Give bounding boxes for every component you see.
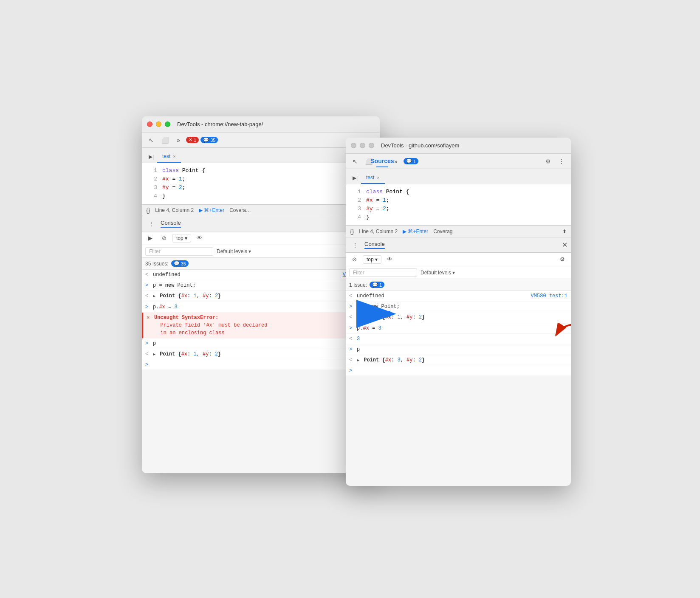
dock-icon-left[interactable]: ⬜ xyxy=(159,134,171,146)
code-area-right: 1 class Point { 2 #x = 1; 3 #y = 2; 4 } xyxy=(346,184,571,226)
maximize-button-left[interactable] xyxy=(165,121,170,127)
panel-toggle-left[interactable]: ▶| xyxy=(145,151,157,163)
braces-icon-right[interactable]: {} xyxy=(350,228,354,235)
issues-badge-left[interactable]: ✕ 1 xyxy=(186,137,199,143)
console-line-point-obj-left: < ▶ Point {#x: 1, #y: 2} xyxy=(142,291,380,302)
play-console-left[interactable]: ▶ xyxy=(145,233,155,243)
more-icon-left[interactable]: » xyxy=(172,134,184,146)
position-right: Line 4, Column 2 xyxy=(359,228,398,234)
issues-badge-console-left[interactable]: 💬 35 xyxy=(171,260,189,267)
default-levels-left[interactable]: Default levels ▾ xyxy=(217,248,251,254)
caret-levels-left: ▾ xyxy=(248,248,251,254)
run-btn-left[interactable]: ▶ ⌘+Enter xyxy=(199,207,224,213)
close-button-left[interactable] xyxy=(147,121,152,127)
filter-input-left[interactable]: Filter xyxy=(145,247,213,256)
console-title-right: Console xyxy=(364,241,385,249)
scene: DevTools - chrome://new-tab-page/ ↖ ⬜ » … xyxy=(116,104,584,494)
ban-icon-right[interactable]: ⊘ xyxy=(349,254,359,265)
red-arrow-annotation xyxy=(550,322,571,344)
caret-down-icon-left: ▾ xyxy=(185,235,187,241)
eye-icon-left[interactable]: 👁 xyxy=(195,233,205,243)
messages-badge-right[interactable]: 💬 1 xyxy=(404,158,418,164)
code-line-4-right: 4 } xyxy=(346,213,571,222)
console-line-point-obj2-right: < ▶ Point {#x: 3, #y: 2} xyxy=(346,355,571,366)
blue-arrow xyxy=(356,299,399,329)
ban-icon-left[interactable]: ⊘ xyxy=(159,233,169,243)
console-content-left: < undefined VM76 test:1 > p = new Point;… xyxy=(142,270,380,370)
console-line-point-obj2-left: < ▶ Point {#x: 1, #y: 2} xyxy=(142,349,380,360)
close-console-right[interactable]: ✕ xyxy=(562,241,567,249)
code-line-2-right: 2 #x = 1; xyxy=(346,196,571,205)
code-area-left: 1 class Point { 2 #x = 1; 3 #y = 2; 4 } xyxy=(142,163,380,204)
sources-tabbar-right: ▶| test × xyxy=(346,169,571,184)
run-btn-right[interactable]: ▶ ⌘+Enter xyxy=(403,228,428,234)
devtools-window-left: DevTools - chrome://new-tab-page/ ↖ ⬜ » … xyxy=(142,116,380,473)
titlebar-right: DevTools - github.com/sofiayem xyxy=(346,138,571,154)
dt-toolbar-left: ↖ ⬜ » ✕ 1 💬 35 ⚙ xyxy=(142,133,380,148)
more-icon-right[interactable]: » xyxy=(390,155,402,167)
status-bar-left: {} Line 4, Column 2 ▶ ⌘+Enter Covera… xyxy=(142,204,380,216)
console-toolbar-left: ▶ ⊘ top ▾ 👁 xyxy=(142,231,380,245)
source-tab-test-left[interactable]: test × xyxy=(157,151,181,163)
gear-console-right[interactable]: ⚙ xyxy=(557,254,567,265)
cursor-icon-right[interactable]: ↖ xyxy=(349,155,361,167)
toolbar-right-right: ⚙ ⋮ xyxy=(542,155,567,167)
titlebar-left: DevTools - chrome://new-tab-page/ xyxy=(142,116,380,133)
console-input-left[interactable]: > xyxy=(142,360,380,370)
console-line-undefined-left: < undefined VM76 test:1 xyxy=(142,270,380,280)
issues-bar-right: 1 Issue: 💬 1 xyxy=(346,279,571,291)
console-title-left: Console xyxy=(161,220,181,228)
minimize-button-right[interactable] xyxy=(360,143,365,148)
console-line-3-right: < 3 xyxy=(346,334,571,344)
coverage-left: Covera… xyxy=(229,207,251,213)
default-levels-right[interactable]: Default levels ▾ xyxy=(421,270,455,276)
console-line-error-left: ✕ Uncaught SyntaxError: Private field '#… xyxy=(142,313,380,338)
source-tab-test-right[interactable]: test × xyxy=(361,172,385,184)
code-line-1-right: 1 class Point { xyxy=(346,188,571,196)
filter-bar-right: Filter Default levels ▾ xyxy=(346,266,571,279)
close-button-right[interactable] xyxy=(351,143,356,148)
filter-bar-left: Filter Default levels ▾ xyxy=(142,245,380,258)
status-bar-right: {} Line 4, Column 2 ▶ ⌘+Enter Coverag ⬆ xyxy=(346,226,571,237)
console-panel-header-right: ⋮ Console ✕ xyxy=(346,237,571,253)
gear-icon-right[interactable]: ⚙ xyxy=(542,155,554,167)
console-toolbar-right: ⊘ top ▾ 👁 ⚙ xyxy=(346,253,571,266)
code-line-4-left: 4 } xyxy=(142,192,380,200)
panel-toggle-right[interactable]: ▶| xyxy=(349,172,361,184)
sources-tabbar-left: ▶| test × xyxy=(142,148,380,163)
console-line-new-point-left: > p = new Point; xyxy=(142,280,380,291)
eye-icon-right[interactable]: 👁 xyxy=(385,254,395,265)
kebab-icon-left[interactable]: ⋮ xyxy=(145,218,157,230)
maximize-button-right[interactable] xyxy=(369,143,374,148)
issues-badge-console-right[interactable]: 💬 1 xyxy=(370,282,384,288)
console-line-p-left: > p xyxy=(142,338,380,349)
console-input-right[interactable]: > xyxy=(346,366,571,375)
caret-down-icon-right: ▾ xyxy=(375,257,378,262)
window-title-right: DevTools - github.com/sofiayem xyxy=(381,142,459,149)
kebab-icon-right[interactable]: ⋮ xyxy=(556,155,567,167)
dt-toolbar-right: ↖ ⬜ Sources » 💬 1 ⚙ ⋮ xyxy=(346,154,571,169)
braces-icon-left[interactable]: {} xyxy=(146,207,150,214)
arrow-container xyxy=(356,299,399,330)
kebab-icon-console-right[interactable]: ⋮ xyxy=(349,239,361,251)
top-dropdown-right[interactable]: top ▾ xyxy=(363,255,381,264)
cursor-icon-left[interactable]: ↖ xyxy=(145,134,157,146)
traffic-lights-left xyxy=(147,121,170,127)
messages-badge-left[interactable]: 💬 35 xyxy=(200,137,218,143)
red-arrow-svg xyxy=(550,322,571,341)
console-panel-header-left: ⋮ Console xyxy=(142,216,380,231)
position-left: Line 4, Column 2 xyxy=(155,207,194,213)
console-line-p-right: > p xyxy=(346,344,571,355)
caret-levels-right: ▾ xyxy=(452,270,455,276)
vm580-link-right[interactable]: VM580 test:1 xyxy=(531,292,567,300)
window-title-left: DevTools - chrome://new-tab-page/ xyxy=(177,121,263,127)
close-tab-right[interactable]: × xyxy=(377,175,379,180)
code-line-2-left: 2 #x = 1; xyxy=(142,175,380,183)
top-dropdown-left[interactable]: top ▾ xyxy=(172,234,191,243)
console-line-px3-left: > p.#x = 3 xyxy=(142,302,380,313)
filter-input-right[interactable]: Filter xyxy=(349,268,417,277)
expand-icon-right[interactable]: ⬆ xyxy=(562,228,567,234)
close-tab-left[interactable]: × xyxy=(173,154,175,159)
sources-tab-right[interactable]: Sources xyxy=(376,155,388,167)
minimize-button-left[interactable] xyxy=(156,121,161,127)
